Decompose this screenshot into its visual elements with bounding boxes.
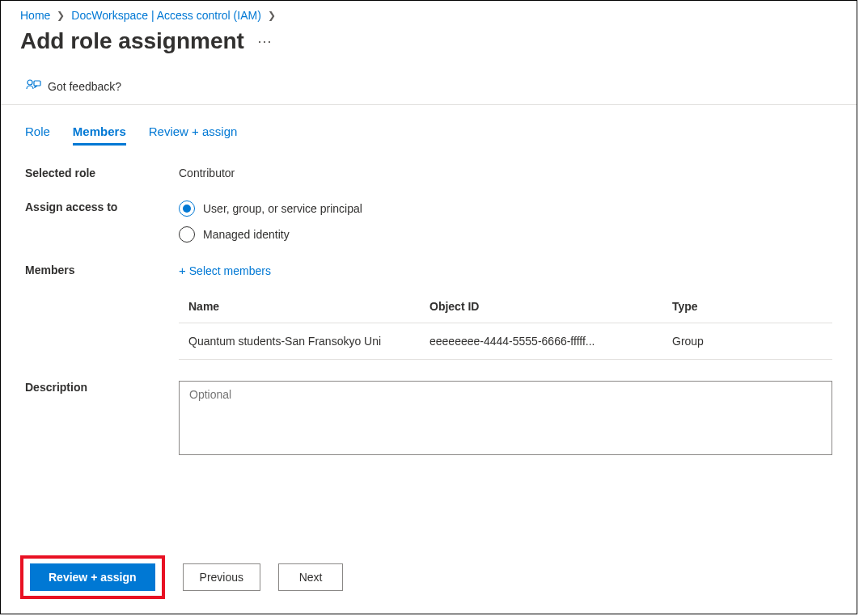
tab-members[interactable]: Members <box>73 124 126 146</box>
more-actions-icon[interactable]: ⋯ <box>257 32 272 50</box>
radio-managed-identity[interactable]: Managed identity <box>179 226 837 243</box>
chevron-right-icon: ❯ <box>57 10 65 21</box>
review-assign-button[interactable]: Review + assign <box>30 563 155 591</box>
chevron-right-icon: ❯ <box>268 10 276 21</box>
svg-point-0 <box>28 80 32 85</box>
radio-checked-icon <box>179 200 195 217</box>
members-label: Members <box>25 264 179 276</box>
feedback-icon <box>25 78 41 95</box>
table-row[interactable]: Quantum students-San Fransokyo Uni eeeee… <box>179 323 832 360</box>
radio-user-group-label: User, group, or service principal <box>203 202 362 215</box>
description-label: Description <box>25 381 179 394</box>
radio-unchecked-icon <box>179 226 195 243</box>
description-input[interactable] <box>179 381 832 455</box>
breadcrumb-workspace-link[interactable]: DocWorkspace | Access control (IAM) <box>71 9 260 22</box>
col-header-object-id[interactable]: Object ID <box>430 300 672 313</box>
previous-button[interactable]: Previous <box>183 563 260 591</box>
got-feedback-link[interactable]: Got feedback? <box>48 80 121 93</box>
radio-user-group-principal[interactable]: User, group, or service principal <box>179 200 837 217</box>
page-title: Add role assignment <box>20 28 244 54</box>
next-button[interactable]: Next <box>278 563 343 591</box>
assign-access-label: Assign access to <box>25 200 179 213</box>
select-members-link[interactable]: + Select members <box>179 264 837 277</box>
member-name: Quantum students-San Fransokyo Uni <box>179 335 430 348</box>
selected-role-value: Contributor <box>179 167 837 179</box>
breadcrumb: Home ❯ DocWorkspace | Access control (IA… <box>1 1 857 22</box>
tab-role[interactable]: Role <box>25 124 50 146</box>
highlight-annotation: Review + assign <box>20 555 165 599</box>
tab-review-assign[interactable]: Review + assign <box>149 124 238 146</box>
tab-bar: Role Members Review + assign <box>1 105 857 146</box>
radio-managed-label: Managed identity <box>203 228 290 241</box>
selected-role-label: Selected role <box>25 167 179 179</box>
select-members-text: Select members <box>189 264 271 277</box>
footer-actions: Review + assign Previous Next <box>20 555 343 599</box>
col-header-type[interactable]: Type <box>672 300 793 313</box>
member-object-id: eeeeeeee-4444-5555-6666-fffff... <box>430 335 672 348</box>
plus-icon: + <box>179 264 186 277</box>
member-type: Group <box>672 335 793 348</box>
col-header-name[interactable]: Name <box>179 300 430 313</box>
breadcrumb-home-link[interactable]: Home <box>20 9 50 22</box>
members-table: Name Object ID Type Quantum students-San… <box>179 300 832 360</box>
svg-rect-1 <box>34 81 40 86</box>
